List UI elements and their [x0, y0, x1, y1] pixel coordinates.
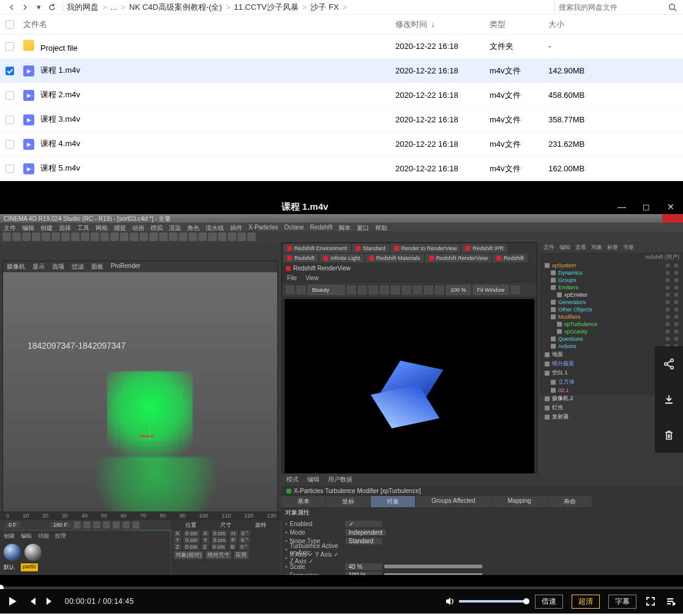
- coord-field[interactable]: X: [174, 530, 181, 536]
- menu-item[interactable]: 流水线: [206, 224, 224, 230]
- search-input[interactable]: [559, 3, 663, 12]
- attr-value[interactable]: Independent: [345, 529, 387, 536]
- tree-tab[interactable]: 书签: [623, 243, 634, 251]
- viewport-tab[interactable]: 过滤: [72, 262, 84, 271]
- menu-item[interactable]: 模拟: [151, 224, 163, 230]
- redshift-tag[interactable]: Standard: [352, 244, 389, 253]
- viewport-tab[interactable]: 显示: [32, 262, 45, 271]
- menu-item[interactable]: 选择: [59, 224, 71, 230]
- viewport-tab[interactable]: 面板: [91, 262, 103, 271]
- mat-tab[interactable]: 编辑: [21, 532, 32, 540]
- material-swatch[interactable]: [4, 544, 21, 561]
- toolbar-icon[interactable]: [237, 232, 246, 241]
- window-close-button[interactable]: ✕: [659, 202, 683, 212]
- breadcrumb-item[interactable]: NK C4D高级案例教程-(全): [129, 2, 222, 13]
- attr-value[interactable]: ✓: [345, 521, 382, 527]
- tree-tab[interactable]: 文件: [543, 243, 554, 251]
- attr-subtab[interactable]: 对象: [371, 496, 416, 507]
- toolbar-icon[interactable]: [51, 232, 60, 241]
- share-button[interactable]: [655, 346, 683, 382]
- next-key-icon[interactable]: [122, 521, 130, 529]
- toolbar-icon[interactable]: [71, 232, 80, 241]
- tree-tab[interactable]: 标签: [607, 243, 618, 251]
- tree-tab[interactable]: 查看: [575, 243, 586, 251]
- coord-field[interactable]: 0 cm: [212, 537, 228, 543]
- playlist-button[interactable]: [665, 596, 676, 607]
- table-row[interactable]: ▶课程 3.m4v2020-12-22 16:18m4v文件358.77MB: [0, 108, 683, 132]
- rv-menu-item[interactable]: View: [305, 275, 319, 281]
- mat-tab[interactable]: 纹理: [55, 532, 66, 540]
- coord-field[interactable]: H: [230, 530, 237, 536]
- toolbar-icon[interactable]: [159, 232, 168, 241]
- attr-tab[interactable]: 模式: [286, 475, 299, 484]
- minimize-button[interactable]: —: [610, 202, 634, 212]
- toolbar-icon[interactable]: [130, 232, 138, 241]
- coord-field[interactable]: Z: [201, 544, 209, 550]
- attr-subtab[interactable]: Groups Affected: [416, 496, 492, 507]
- col-size[interactable]: 大小: [548, 19, 683, 30]
- play-icon[interactable]: [103, 521, 110, 529]
- attr-tab[interactable]: 用户数据: [328, 475, 353, 484]
- tree-item[interactable]: Groups: [540, 276, 683, 284]
- toolbar-icon[interactable]: [120, 232, 129, 241]
- tree-item[interactable]: Modifiers: [540, 313, 683, 321]
- file-name-cell[interactable]: ▶课程 5.m4v: [20, 163, 395, 174]
- row-checkbox[interactable]: [6, 116, 14, 124]
- table-row[interactable]: ▶课程 5.m4v2020-12-22 16:18m4v文件162.00MB: [0, 157, 683, 181]
- toolbar-icon[interactable]: [42, 232, 50, 241]
- toolbar-icon[interactable]: [179, 232, 187, 241]
- menu-item[interactable]: 插件: [230, 224, 242, 230]
- toolbar-icon[interactable]: [188, 232, 197, 241]
- coord-field[interactable]: 0 °: [239, 537, 250, 543]
- tree-item[interactable]: xpSystem: [540, 262, 683, 269]
- tree-item[interactable]: Dynamics: [540, 269, 683, 276]
- redshift-tag[interactable]: Redshift IPR: [461, 244, 507, 253]
- attr-value[interactable]: 100 %: [345, 572, 382, 576]
- menu-item[interactable]: 工具: [77, 224, 89, 230]
- breadcrumb-item[interactable]: 11.CCTV沙子风暴: [234, 2, 298, 13]
- tree-item[interactable]: Generators: [540, 299, 683, 306]
- row-checkbox[interactable]: [6, 67, 14, 75]
- toolbar-icon[interactable]: [247, 232, 256, 241]
- menu-item[interactable]: 网格: [95, 224, 108, 230]
- toolbar-icon[interactable]: [228, 232, 236, 241]
- file-name-cell[interactable]: ▶课程 3.m4v: [20, 114, 395, 125]
- toolbar-icon[interactable]: [110, 232, 119, 241]
- quality-button[interactable]: 超清: [572, 595, 600, 609]
- menu-item[interactable]: 捕捉: [114, 224, 126, 230]
- file-name-cell[interactable]: ▶课程 4.m4v: [20, 138, 395, 150]
- end-frame[interactable]: 160 F: [50, 522, 71, 528]
- prev-frame-icon[interactable]: [93, 521, 100, 529]
- coord-button[interactable]: 应用: [234, 551, 248, 559]
- attr-value[interactable]: 40 %: [345, 563, 382, 570]
- redshift-tag[interactable]: Redshift RenderView: [425, 254, 491, 262]
- coord-field[interactable]: X: [202, 530, 209, 536]
- breadcrumb-item[interactable]: 沙子 FX: [310, 2, 338, 13]
- attr-subtab[interactable]: Mapping: [492, 496, 548, 507]
- file-name-cell[interactable]: ▶课程 1.m4v: [20, 65, 395, 76]
- rv-fit[interactable]: Fit Window: [473, 285, 509, 295]
- prev-key-icon[interactable]: [83, 521, 91, 529]
- attr-subtab[interactable]: 坐标: [326, 496, 371, 507]
- play-button[interactable]: [7, 596, 18, 607]
- menu-item[interactable]: 动画: [132, 224, 144, 230]
- rv-aov-select[interactable]: Beauty: [308, 285, 345, 295]
- coord-field[interactable]: Y: [174, 537, 181, 543]
- speed-button[interactable]: 倍速: [535, 595, 563, 609]
- tree-item[interactable]: Other Objects: [540, 306, 683, 313]
- toolbar-icon[interactable]: [218, 232, 226, 241]
- col-name[interactable]: 文件名: [20, 19, 395, 30]
- menu-item[interactable]: X-Particles: [248, 224, 278, 230]
- menu-item[interactable]: 渲染: [169, 224, 181, 230]
- table-row[interactable]: ▶课程 2.m4v2020-12-22 16:18m4v文件458.60MB: [0, 83, 683, 108]
- coord-field[interactable]: 0 cm: [212, 530, 228, 536]
- next-frame-icon[interactable]: [113, 521, 120, 529]
- tree-tab[interactable]: 编辑: [559, 243, 570, 251]
- tree-item[interactable]: Emitters: [540, 284, 683, 291]
- slider[interactable]: [384, 565, 629, 568]
- search-box[interactable]: [554, 1, 683, 14]
- tree-tab[interactable]: 对象: [591, 243, 602, 251]
- nav-back-button[interactable]: [5, 1, 18, 14]
- nav-dropdown-button[interactable]: ▾: [32, 1, 45, 14]
- rv-zoom[interactable]: 100 %: [446, 285, 471, 295]
